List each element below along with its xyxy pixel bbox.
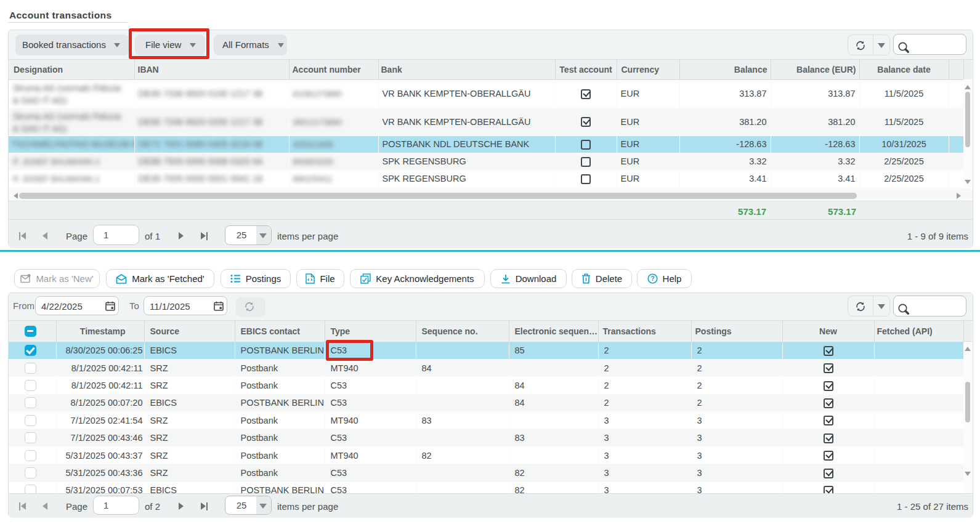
svg-text:?: ?: [650, 275, 654, 282]
